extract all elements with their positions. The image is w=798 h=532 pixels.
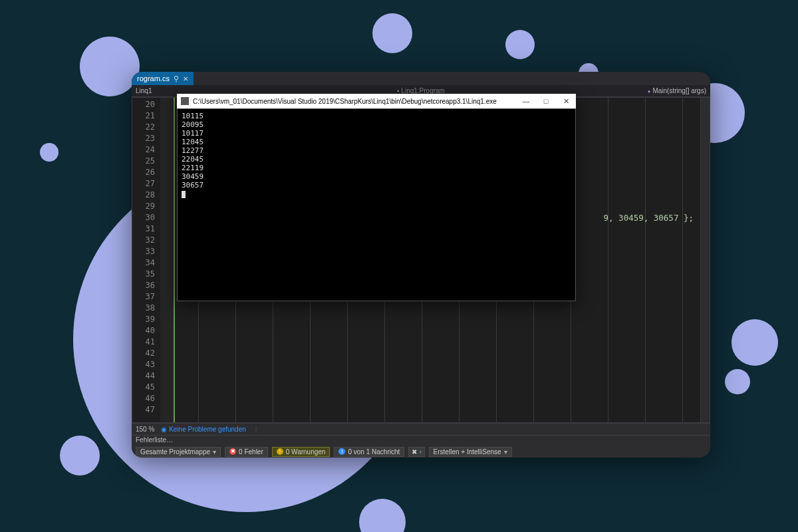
line-number: 31 — [132, 223, 155, 235]
bg-circle — [359, 499, 406, 532]
breadcrumb-method[interactable]: ⬧ Main(string[] args) — [647, 87, 706, 94]
maximize-button[interactable]: □ — [536, 97, 556, 105]
line-number: 36 — [132, 280, 155, 291]
bg-circle — [40, 143, 59, 162]
console-output[interactable]: 10115 20095 10117 12045 12277 22045 2211… — [177, 108, 576, 301]
line-number: 39 — [132, 314, 155, 325]
vertical-scrollbar[interactable] — [700, 98, 710, 422]
bg-circle — [725, 369, 750, 394]
line-number: 33 — [132, 246, 155, 257]
line-number-gutter: 2021222324252627282930313233343536373839… — [132, 98, 160, 422]
line-number: 35 — [132, 269, 155, 280]
close-icon[interactable]: ✕ — [183, 75, 188, 82]
line-number: 32 — [132, 235, 155, 246]
console-window[interactable]: C:\Users\vm_01\Documents\Visual Studio 2… — [177, 94, 576, 301]
line-number: 21 — [132, 110, 155, 122]
line-number: 45 — [132, 382, 155, 393]
line-number: 41 — [132, 336, 155, 348]
console-titlebar[interactable]: C:\Users\vm_01\Documents\Visual Studio 2… — [177, 94, 576, 108]
glyph-margin — [160, 98, 175, 422]
line-number: 27 — [132, 178, 155, 190]
bg-circle — [505, 30, 535, 59]
line-number: 29 — [132, 201, 155, 212]
zoom-level[interactable]: 150 % — [136, 426, 154, 433]
line-number: 22 — [132, 122, 155, 133]
console-cursor — [182, 191, 186, 198]
line-number: 43 — [132, 359, 155, 370]
close-button[interactable]: ✕ — [556, 97, 576, 106]
ide-window: rogram.cs ⚲ ✕ Linq1 ▪ Linq1.Program ⬧ Ma… — [132, 72, 710, 458]
breadcrumb-namespace[interactable]: Linq1 — [136, 87, 152, 94]
bg-circle — [60, 436, 100, 475]
line-number: 23 — [132, 133, 155, 144]
line-number: 40 — [132, 325, 155, 336]
console-path: C:\Users\vm_01\Documents\Visual Studio 2… — [193, 98, 497, 105]
tab-label: rogram.cs — [137, 74, 170, 82]
line-number: 38 — [132, 303, 155, 314]
document-tabs: rogram.cs ⚲ ✕ — [132, 72, 710, 85]
minimize-button[interactable]: — — [516, 97, 536, 105]
line-number: 20 — [132, 99, 155, 110]
line-number: 30 — [132, 212, 155, 223]
line-number: 47 — [132, 404, 155, 416]
line-number: 28 — [132, 190, 155, 201]
app-icon — [181, 97, 189, 105]
line-number: 46 — [132, 393, 155, 404]
bg-circle — [372, 13, 412, 53]
line-number: 34 — [132, 257, 155, 269]
line-number: 24 — [132, 144, 155, 156]
bg-circle — [80, 37, 140, 96]
line-number: 26 — [132, 167, 155, 178]
line-number: 25 — [132, 156, 155, 167]
line-number: 37 — [132, 291, 155, 303]
line-number: 42 — [132, 348, 155, 359]
line-number: 44 — [132, 370, 155, 382]
pin-icon[interactable]: ⚲ — [174, 74, 179, 83]
tab-program-cs[interactable]: rogram.cs ⚲ ✕ — [132, 72, 194, 85]
bg-circle — [732, 319, 778, 366]
